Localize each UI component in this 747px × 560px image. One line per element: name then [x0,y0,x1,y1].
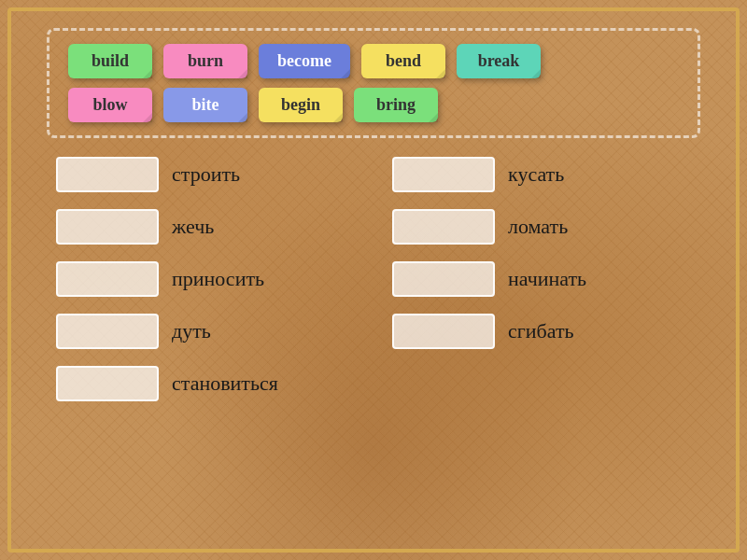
right-exercise-row-1: ломать [392,209,691,245]
answer-box-right-0[interactable] [392,157,495,192]
russian-word-left-4: становиться [172,371,278,396]
left-exercise-row-2: приносить [56,261,355,297]
answer-box-left-2[interactable] [56,261,159,297]
answer-box-left-4[interactable] [56,366,159,401]
answer-box-right-1[interactable] [392,209,495,245]
russian-word-left-0: строить [172,162,240,187]
right-exercise-row-2: начинать [392,261,691,297]
word-tag-break[interactable]: break [457,44,541,78]
right-exercise-row-3: сгибать [392,314,691,349]
answer-box-right-3[interactable] [392,314,495,349]
russian-word-right-0: кусать [508,162,564,187]
russian-word-left-1: жечь [172,215,214,239]
word-bank: buildburnbecomebendbreak blowbitebeginbr… [47,28,700,138]
left-exercise-row-4: становиться [56,366,355,401]
corkboard: buildburnbecomebendbreak blowbitebeginbr… [0,0,747,560]
russian-word-left-3: дуть [172,319,211,343]
right-exercise-row-0: кусать [392,157,691,192]
word-tag-build[interactable]: build [68,44,152,78]
word-tag-blow[interactable]: blow [68,88,152,122]
answer-box-left-0[interactable] [56,157,159,192]
right-column: кусатьломатьначинатьсгибать [392,157,691,401]
left-column: строитьжечьприноситьдутьстановиться [56,157,355,401]
answer-box-left-3[interactable] [56,314,159,349]
word-tag-begin[interactable]: begin [259,88,343,122]
left-exercise-row-0: строить [56,157,355,192]
word-bank-row-2: blowbitebeginbring [68,88,679,122]
word-tag-bring[interactable]: bring [354,88,438,122]
word-tag-burn[interactable]: burn [163,44,247,78]
answer-box-right-2[interactable] [392,261,495,297]
word-tag-become[interactable]: become [259,44,350,78]
left-exercise-row-3: дуть [56,314,355,349]
russian-word-right-1: ломать [508,215,568,239]
russian-word-right-3: сгибать [508,319,574,343]
russian-word-right-2: начинать [508,267,586,291]
word-tag-bend[interactable]: bend [361,44,445,78]
exercise-area: строитьжечьприноситьдутьстановиться куса… [47,157,700,401]
word-tag-bite[interactable]: bite [163,88,247,122]
word-bank-row-1: buildburnbecomebendbreak [68,44,679,78]
left-exercise-row-1: жечь [56,209,355,245]
answer-box-left-1[interactable] [56,209,159,245]
russian-word-left-2: приносить [172,267,264,291]
